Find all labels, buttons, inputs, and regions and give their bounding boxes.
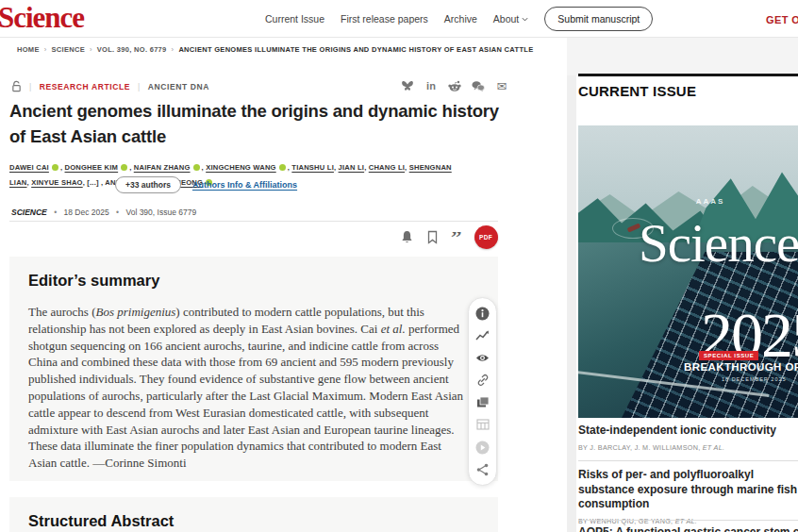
breadcrumb-separator: ›	[44, 45, 47, 54]
email-icon[interactable]: ✉	[495, 79, 508, 92]
orcid-icon[interactable]	[52, 164, 58, 171]
article-type-label[interactable]: RESEARCH ARTICLE	[40, 82, 130, 91]
divider	[578, 520, 798, 521]
author-link[interactable]: CHANG LI	[369, 163, 405, 172]
volume-issue[interactable]: Vol 390, Issue 6779	[125, 208, 196, 217]
wechat-icon[interactable]	[472, 79, 485, 92]
author-link[interactable]: DAWEI CAI	[9, 163, 49, 172]
divider	[578, 460, 798, 461]
bookmark-icon[interactable]	[426, 230, 439, 244]
nav-archive[interactable]: Archive	[444, 13, 477, 25]
share-icons-row: in ✉	[401, 79, 508, 92]
author-link[interactable]: TIANSHU LI	[291, 163, 334, 172]
content-scrollbar[interactable]	[567, 38, 576, 532]
chevron-down-icon	[522, 16, 528, 23]
editors-summary-paragraph: The aurochs (Bos primigenius) contribute…	[28, 304, 470, 472]
linkedin-icon[interactable]: in	[424, 79, 438, 92]
get-alerts-link[interactable]: GET OUR E-ALERTS	[766, 14, 798, 25]
current-issue-heading: CURRENT ISSUE	[578, 83, 696, 99]
publish-date: 18 Dec 2025	[64, 208, 109, 217]
eye-icon[interactable]	[475, 351, 490, 365]
info-icon[interactable]	[475, 307, 490, 321]
cover-masthead: Science	[639, 212, 798, 274]
breadcrumb-volume[interactable]: VOL. 390, NO. 6779	[97, 45, 167, 54]
link-icon[interactable]	[475, 374, 490, 388]
rail-article-1[interactable]: State-independent ionic conductivity BY …	[578, 424, 798, 452]
divider	[9, 221, 498, 222]
journal-meta-row: SCIENCE • 18 Dec 2025 • Vol 390, Issue 6…	[11, 208, 196, 217]
rail-article-2[interactable]: Risks of per- and polyfluoroalkyl substa…	[578, 468, 798, 525]
table-icon[interactable]	[475, 418, 490, 432]
bluesky-icon[interactable]	[401, 79, 414, 92]
author-link[interactable]: DONGHEE KIM	[65, 163, 119, 172]
rail-article-title[interactable]: Risks of per- and polyfluoroalkyl substa…	[578, 468, 798, 512]
orcid-icon[interactable]	[279, 164, 286, 171]
authors-info-affiliations-link[interactable]: Authors Info & Affiliations	[192, 180, 297, 190]
cite-quote-icon[interactable]: ”	[451, 232, 462, 243]
cover-date: 18 DECEMBER 2025	[722, 376, 787, 382]
structured-abstract-section: Structured Abstract	[9, 497, 498, 532]
play-icon[interactable]	[475, 441, 490, 455]
editors-summary-section: Editor’s summary The aurochs (Bos primig…	[9, 257, 498, 481]
rail-top-band	[567, 38, 798, 75]
breadcrumb: HOME›SCIENCE›VOL. 390, NO. 6779›ANCIENT …	[17, 45, 533, 54]
author-link[interactable]: XINGCHENG WANG	[206, 163, 276, 172]
rail-article-title[interactable]: State-independent ionic conductivity	[578, 424, 798, 439]
editors-summary-heading: Editor’s summary	[28, 272, 159, 290]
orcid-icon[interactable]	[121, 164, 127, 171]
science-logo[interactable]: Science	[0, 1, 84, 35]
article-category-label[interactable]: ANCIENT DNA	[148, 82, 209, 91]
rail-article-title[interactable]: AQP5: A functional gastric cancer stem c…	[578, 525, 798, 532]
breadcrumb-home[interactable]: HOME	[17, 45, 40, 54]
rail-article-byline: BY J. BARCLAY, J. M. WILLIAMSON, ET AL.	[578, 443, 798, 452]
nav-about[interactable]: About	[493, 13, 528, 25]
rail-article-byline: BY WENHUI QIU, GE YANG, ET AL.	[578, 517, 798, 525]
submit-manuscript-button[interactable]: Submit manuscript	[544, 7, 653, 31]
breadcrumb-science[interactable]: SCIENCE	[52, 45, 85, 54]
breadcrumb-separator: ›	[172, 45, 175, 54]
special-issue-badge: SPECIAL ISSUE	[699, 351, 758, 360]
author-link[interactable]: NAIFAN ZHANG	[134, 163, 191, 172]
aaas-mark: AAAS	[578, 197, 798, 206]
article-title: Ancient genomes illuminate the origins a…	[9, 98, 504, 149]
open-access-lock-icon	[11, 80, 22, 92]
journal-name: SCIENCE	[11, 208, 47, 217]
more-authors-button[interactable]: +33 authors	[115, 176, 181, 193]
author-link[interactable]: JIAN LI	[339, 163, 365, 172]
media-icon[interactable]	[475, 395, 490, 409]
article-meta-row: | RESEARCH ARTICLE | ANCIENT DNA	[11, 80, 209, 92]
share-icon[interactable]	[475, 462, 490, 476]
metrics-icon[interactable]	[475, 328, 490, 342]
reddit-icon[interactable]	[448, 79, 461, 92]
current-issue-cover[interactable]: AAAS Science 2025 SPECIAL ISSUE BREAKTHR…	[578, 125, 798, 418]
floating-toolbar	[468, 297, 497, 486]
breadcrumb-current-article: ANCIENT GENOMES ILLUMINATE THE ORIGINS A…	[178, 45, 533, 54]
nav-first-release-papers[interactable]: First release papers	[341, 13, 428, 25]
current-issue-rule	[578, 74, 798, 76]
site-header: Science Current Issue First release pape…	[0, 0, 798, 38]
cover-tagline: BREAKTHROUGH OF THE YEAR	[684, 361, 798, 373]
breadcrumb-separator: ›	[90, 45, 92, 54]
nav-current-issue[interactable]: Current Issue	[265, 13, 324, 25]
alerts-bell-icon[interactable]	[400, 230, 414, 245]
pdf-icon[interactable]: PDF	[474, 225, 498, 249]
orcid-icon[interactable]	[193, 164, 200, 171]
rail-article-3[interactable]: AQP5: A functional gastric cancer stem c…	[578, 525, 798, 532]
article-action-row: ” PDF	[400, 225, 498, 249]
main-nav: Current Issue First release papers Archi…	[265, 0, 653, 38]
authors-extra-row: +33 authors Authors Info & Affiliations	[115, 176, 297, 193]
author-link[interactable]: XINYUE SHAO	[31, 178, 83, 187]
structured-abstract-heading: Structured Abstract	[28, 512, 174, 530]
